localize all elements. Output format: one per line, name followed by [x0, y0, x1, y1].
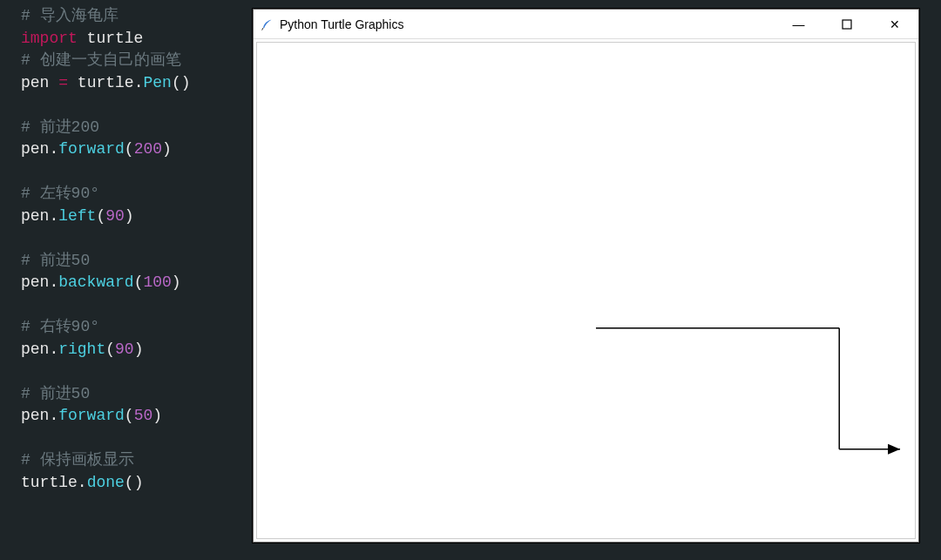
code-line[interactable] — [21, 361, 253, 383]
code-line[interactable]: pen.right(90) — [21, 339, 253, 361]
code-line[interactable]: pen.backward(100) — [21, 272, 253, 294]
svg-marker-4 — [888, 444, 900, 455]
code-line[interactable] — [21, 161, 253, 184]
code-line[interactable]: # 右转90° — [21, 316, 253, 339]
code-line[interactable] — [21, 94, 253, 117]
code-editor[interactable]: # 导入海龟库import turtle# 创建一支自己的画笔pen = tur… — [0, 0, 253, 560]
turtle-canvas-area — [256, 42, 916, 539]
close-icon: ✕ — [890, 17, 900, 31]
code-line[interactable]: pen.forward(50) — [21, 405, 253, 428]
code-line[interactable]: # 左转90° — [21, 183, 253, 206]
maximize-icon — [842, 19, 852, 30]
code-line[interactable]: # 保持画板显示 — [21, 449, 253, 472]
code-line[interactable]: import turtle — [21, 28, 253, 51]
turtle-graphics-window: Python Turtle Graphics — ✕ — [253, 9, 919, 543]
code-line[interactable]: pen = turtle.Pen() — [21, 72, 253, 95]
code-line[interactable]: # 前进200 — [21, 117, 253, 139]
code-line[interactable]: # 前进50 — [21, 250, 253, 273]
close-button[interactable]: ✕ — [870, 10, 918, 38]
code-line[interactable]: # 前进50 — [21, 383, 253, 406]
code-line[interactable] — [21, 227, 253, 250]
code-line[interactable]: # 创建一支自己的画笔 — [21, 50, 253, 72]
code-line[interactable] — [21, 294, 253, 317]
minimize-icon: — — [793, 17, 805, 31]
code-line[interactable] — [21, 428, 253, 450]
turtle-drawing — [257, 43, 915, 538]
code-line[interactable]: # 导入海龟库 — [21, 5, 253, 28]
code-line[interactable]: pen.left(90) — [21, 206, 253, 228]
window-titlebar[interactable]: Python Turtle Graphics — ✕ — [254, 10, 918, 39]
feather-icon — [254, 17, 280, 31]
code-line[interactable]: turtle.done() — [21, 472, 253, 495]
maximize-button[interactable] — [823, 10, 870, 38]
window-controls: — ✕ — [775, 10, 918, 38]
minimize-button[interactable]: — — [775, 10, 823, 38]
window-title: Python Turtle Graphics — [280, 17, 775, 31]
svg-rect-0 — [843, 20, 851, 29]
code-line[interactable]: pen.forward(200) — [21, 138, 253, 161]
